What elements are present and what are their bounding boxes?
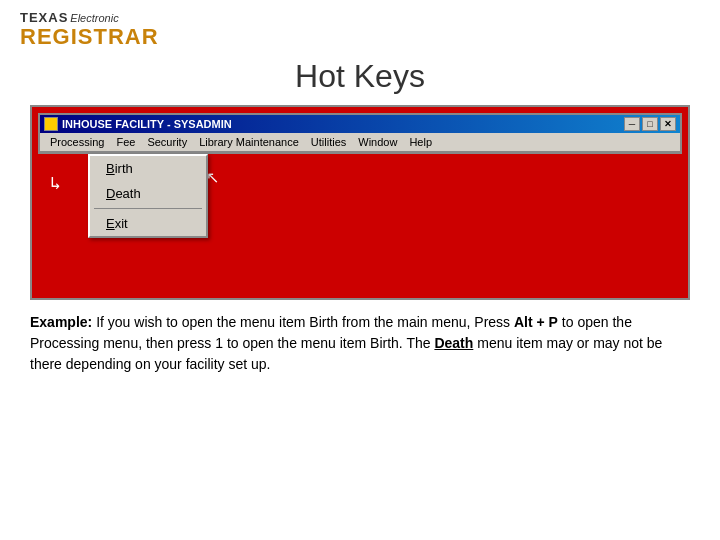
menu-item-help[interactable]: Help <box>403 135 438 149</box>
death-rest: eath <box>115 186 140 201</box>
app-icon <box>44 117 58 131</box>
logo-area: TEXAS Electronic REGISTRAR <box>0 0 720 54</box>
window-title: INHOUSE FACILITY - SYSADMIN <box>62 118 232 130</box>
exit-underline-char: E <box>106 216 115 231</box>
close-button[interactable]: ✕ <box>660 117 676 131</box>
birth-underline-char: B <box>106 161 115 176</box>
dropdown-item-exit[interactable]: Exit <box>90 211 206 236</box>
menu-item-utilities[interactable]: Utilities <box>305 135 352 149</box>
menu-item-library-maintenance[interactable]: Library Maintenance <box>193 135 305 149</box>
birth-rest: irth <box>115 161 133 176</box>
minimize-button[interactable]: ─ <box>624 117 640 131</box>
dropdown-divider <box>94 208 202 209</box>
win-menubar: Processing Fee Security Library Maintena… <box>40 133 680 152</box>
death-word: Death <box>434 335 473 351</box>
dropdown-item-death[interactable]: Death <box>90 181 206 206</box>
example-label: Example: <box>30 314 92 330</box>
menu-item-fee[interactable]: Fee <box>110 135 141 149</box>
win-titlebar-title: INHOUSE FACILITY - SYSADMIN <box>44 117 232 131</box>
menu-item-processing[interactable]: Processing <box>44 135 110 149</box>
win-titlebar: INHOUSE FACILITY - SYSADMIN ─ □ ✕ <box>40 115 680 133</box>
dropdown-item-birth[interactable]: Birth <box>90 156 206 181</box>
win-dialog: INHOUSE FACILITY - SYSADMIN ─ □ ✕ Proces… <box>38 113 682 154</box>
maximize-button[interactable]: □ <box>642 117 658 131</box>
page-title: Hot Keys <box>0 58 720 95</box>
logo-electronic: Electronic <box>70 12 118 24</box>
exit-rest: xit <box>115 216 128 231</box>
death-underline-char: D <box>106 186 115 201</box>
menu-item-security[interactable]: Security <box>141 135 193 149</box>
key-combo: Alt + P <box>514 314 558 330</box>
description-text: Example: If you wish to open the menu it… <box>30 312 690 375</box>
logo-registrar: REGISTRAR <box>20 25 159 49</box>
description-text1: If you wish to open the menu item Birth … <box>92 314 514 330</box>
logo-texas: TEXAS <box>20 10 68 25</box>
menu-item-window[interactable]: Window <box>352 135 403 149</box>
win-titlebar-buttons: ─ □ ✕ <box>624 117 676 131</box>
win-content-area: ↳ ↖ Birth Death Exit <box>38 154 682 264</box>
arrow-indicator: ↳ <box>50 172 61 193</box>
dropdown-menu: Birth Death Exit <box>88 154 208 238</box>
screenshot-container: INHOUSE FACILITY - SYSADMIN ─ □ ✕ Proces… <box>30 105 690 300</box>
